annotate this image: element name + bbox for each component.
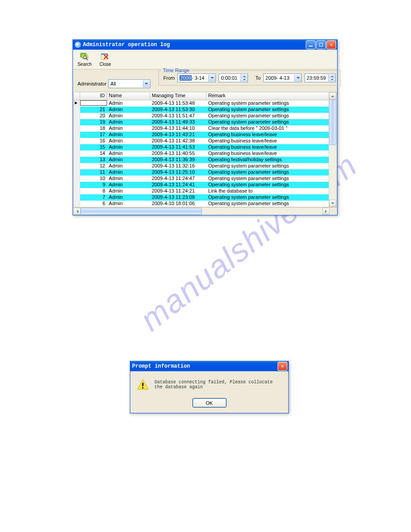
table-row[interactable]: 6Admin2009-4-10 18:01:06Operating system…	[74, 201, 329, 207]
row-selector[interactable]	[74, 201, 80, 207]
filter-panel: Administrator All Time Range From 2009- …	[73, 69, 337, 92]
cell-id: 21	[80, 107, 107, 113]
cell-time: 2009-4-13 11:24:47	[150, 176, 206, 182]
cell-time: 2009-4-13 11:49:33	[150, 119, 206, 125]
col-id[interactable]: ID	[80, 92, 107, 100]
from-time-spinner[interactable]: 0:00:01	[218, 73, 248, 82]
table-row[interactable]: 10Admin2009-4-13 11:24:47Operating syste…	[74, 176, 329, 182]
cell-remark: Operating system parameter settings	[206, 176, 329, 182]
cell-remark: Operating festival/holiday settings	[206, 157, 329, 163]
row-selector[interactable]	[74, 132, 80, 138]
row-selector[interactable]	[74, 194, 80, 201]
close-tool-button[interactable]: Close	[95, 51, 115, 68]
scroll-right-icon[interactable]	[322, 208, 330, 215]
cell-id: 15	[80, 144, 107, 150]
scroll-thumb-h[interactable]	[81, 208, 202, 215]
table-row[interactable]: 8Admin2009-4-13 11:24:21Link the databas…	[74, 188, 329, 194]
table-row[interactable]: Admin2009-4-13 11:53:48Operating system …	[74, 100, 329, 107]
col-name[interactable]: Name	[107, 92, 150, 100]
row-selector[interactable]	[74, 157, 80, 163]
scroll-down-icon[interactable]	[329, 200, 336, 207]
cell-time: 2009-4-13 11:43:21	[150, 132, 206, 138]
scroll-up-icon[interactable]	[329, 92, 336, 99]
row-selector[interactable]	[74, 119, 80, 125]
cell-name: Admin	[107, 194, 150, 201]
dialog-titlebar[interactable]: Prompt information	[130, 361, 288, 371]
row-selector[interactable]	[74, 163, 80, 169]
titlebar[interactable]: Administrator operation log	[73, 40, 337, 50]
admin-label: Administrator	[77, 81, 107, 86]
row-selector[interactable]	[74, 176, 80, 182]
search-button[interactable]: Search	[75, 51, 94, 68]
to-time-spinner[interactable]: 23:59:59	[304, 73, 336, 82]
table-row[interactable]: 14Admin2009-4-13 11:40:55Operating busin…	[74, 150, 329, 157]
row-selector[interactable]	[74, 113, 80, 119]
cell-name: Admin	[107, 113, 150, 119]
table-row[interactable]: 21Admin2009-4-13 11:53:30Operating syste…	[74, 107, 329, 113]
cell-remark: Operating system parameter settings	[206, 169, 329, 176]
cell-time: 2009-4-13 11:24:21	[150, 188, 206, 194]
table-row[interactable]: 13Admin2009-4-13 11:36:39Operating festi…	[74, 157, 329, 163]
row-selector[interactable]	[74, 107, 80, 113]
table-row[interactable]: 18Admin2009-4-13 11:44:10Clear the data …	[74, 125, 329, 132]
to-date-value: 2009- 4-13	[265, 75, 289, 81]
row-selector[interactable]	[74, 138, 80, 144]
vertical-scrollbar[interactable]	[329, 92, 336, 207]
table-row[interactable]: 16Admin2009-4-13 11:42:38Operating busin…	[74, 138, 329, 144]
to-time-value: 23:59:59	[307, 75, 326, 81]
row-selector[interactable]	[74, 188, 80, 194]
admin-combo[interactable]: All	[108, 79, 150, 88]
cell-remark: Operating system parameter settings	[206, 182, 329, 188]
cell-name: Admin	[107, 176, 150, 182]
scroll-thumb[interactable]	[329, 99, 336, 145]
spin-up-icon[interactable]	[329, 74, 335, 78]
maximize-button[interactable]	[316, 40, 326, 49]
table-row[interactable]: 17Admin2009-4-13 11:43:21Operating busin…	[74, 132, 329, 138]
table-row[interactable]: 9Admin2009-4-13 11:24:41Operating system…	[74, 182, 329, 188]
ok-button[interactable]: OK	[193, 398, 227, 408]
col-remark[interactable]: Remark	[206, 92, 329, 100]
from-date-picker[interactable]: 2009- 3-14	[177, 73, 216, 82]
minimize-button[interactable]	[306, 40, 316, 49]
svg-rect-5	[142, 383, 144, 386]
row-selector[interactable]	[74, 150, 80, 157]
close-button[interactable]	[326, 40, 336, 49]
table-row[interactable]: 11Admin2009-4-13 11:25:10Operating syste…	[74, 169, 329, 176]
cell-id: 10	[80, 176, 107, 182]
cell-name: Admin	[107, 169, 150, 176]
row-selector[interactable]	[74, 125, 80, 132]
chevron-down-icon	[294, 74, 301, 82]
log-grid: ID Name Managing Time Remark Admin2009-4…	[73, 92, 337, 207]
scroll-left-icon[interactable]	[73, 208, 81, 215]
search-button-label: Search	[77, 62, 92, 67]
to-date-picker[interactable]: 2009- 4-13	[263, 73, 302, 82]
cell-name: Admin	[107, 119, 150, 125]
dialog-close-button[interactable]	[278, 362, 287, 371]
table-row[interactable]: 19Admin2009-4-13 11:49:33Operating syste…	[74, 119, 329, 125]
row-selector[interactable]	[74, 144, 80, 150]
spin-down-icon[interactable]	[329, 78, 335, 82]
cell-time: 2009-4-13 11:53:30	[150, 107, 206, 113]
table-row[interactable]: 7Admin2009-4-13 11:23:08Operating system…	[74, 194, 329, 201]
cell-remark: Operating business leave/leave	[206, 144, 329, 150]
spin-down-icon[interactable]	[241, 78, 248, 82]
row-selector[interactable]	[74, 100, 80, 107]
table-row[interactable]: 15Admin2009-4-13 11:41:53Operating busin…	[74, 144, 329, 150]
spin-up-icon[interactable]	[241, 74, 248, 78]
cell-name: Admin	[107, 182, 150, 188]
table-row[interactable]: 12Admin2009-4-13 11:32:16Operating syste…	[74, 163, 329, 169]
col-time[interactable]: Managing Time	[150, 92, 206, 100]
row-selector[interactable]	[74, 182, 80, 188]
table-row[interactable]: 20Admin2009-4-13 11:51:47Operating syste…	[74, 113, 329, 119]
cell-time: 2009-4-13 11:41:53	[150, 144, 206, 150]
cell-id: 12	[80, 163, 107, 169]
horizontal-scrollbar[interactable]	[73, 207, 337, 215]
cell-id: 14	[80, 150, 107, 157]
window-title: Administrator operation log	[83, 42, 305, 48]
cell-remark: Operating business leave/leave	[206, 138, 329, 144]
cell-name: Admin	[107, 125, 150, 132]
cell-remark: Operating system parameter settings	[206, 100, 329, 107]
col-selector[interactable]	[74, 92, 80, 100]
row-selector[interactable]	[74, 169, 80, 176]
cell-id: 11	[80, 169, 107, 176]
